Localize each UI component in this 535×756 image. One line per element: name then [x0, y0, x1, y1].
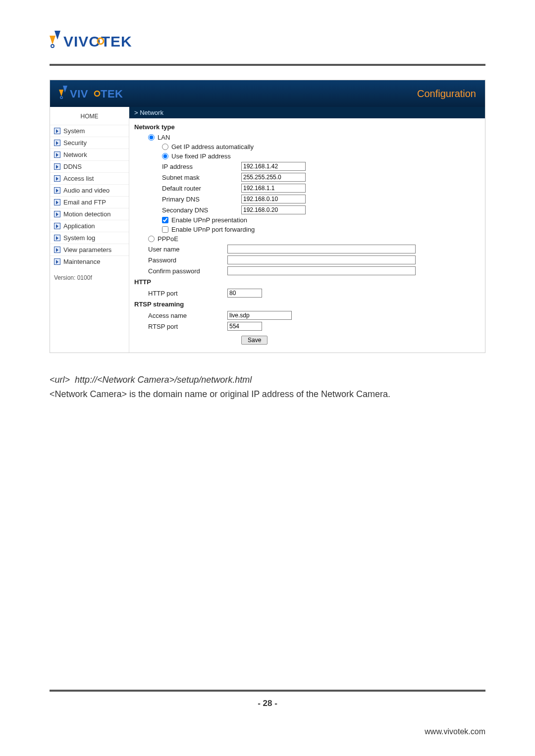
- sidebar-item-email-ftp[interactable]: Email and FTP: [50, 196, 129, 208]
- sidebar-item-label: Access list: [63, 175, 94, 182]
- use-fixed-ip-row[interactable]: Use fixed IP address: [134, 151, 480, 161]
- arrow-icon: [54, 163, 60, 170]
- username-label: User name: [148, 246, 227, 253]
- svg-marker-6: [59, 90, 63, 97]
- secondary-dns-label: Secondary DNS: [162, 206, 241, 214]
- save-button[interactable]: Save: [241, 336, 268, 345]
- username-input[interactable]: [227, 245, 416, 253]
- svg-point-7: [60, 96, 62, 98]
- lan-radio[interactable]: [148, 134, 155, 141]
- http-title: HTTP: [134, 278, 480, 286]
- rtsp-title: RTSP streaming: [134, 301, 480, 308]
- url-value: http://<Network Camera>/setup/network.ht…: [75, 375, 252, 385]
- sidebar-item-maintenance[interactable]: Maintenance: [50, 255, 129, 267]
- sidebar-item-label: Network: [63, 151, 87, 158]
- brand-logo-panel: VIV TEK: [59, 85, 133, 103]
- rtsp-port-label: RTSP port: [148, 323, 227, 330]
- upnp-port-checkbox[interactable]: [162, 226, 168, 233]
- sidebar-item-label: Email and FTP: [63, 199, 106, 206]
- sidebar-item-motion[interactable]: Motion detection: [50, 208, 129, 220]
- ip-address-input[interactable]: [241, 162, 306, 171]
- subnet-label: Subnet mask: [162, 174, 241, 181]
- svg-marker-5: [63, 86, 67, 93]
- sidebar-item-label: Maintenance: [63, 258, 100, 265]
- footer-url: www.vivotek.com: [425, 727, 485, 736]
- pppoe-radio-row[interactable]: PPPoE: [134, 234, 480, 244]
- sidebar-item-label: Security: [63, 139, 87, 147]
- http-port-input[interactable]: [227, 289, 262, 298]
- sidebar-item-ddns[interactable]: DDNS: [50, 160, 129, 172]
- secondary-dns-input[interactable]: [241, 205, 306, 214]
- doc-description: <Network Camera> is the domain name or o…: [50, 387, 485, 402]
- password-label: Password: [148, 256, 227, 264]
- get-ip-auto-label: Get IP address automatically: [171, 143, 254, 151]
- svg-text:TEK: TEK: [101, 88, 123, 100]
- pppoe-label: PPPoE: [158, 235, 178, 243]
- upnp-presentation-row[interactable]: Enable UPnP presentation: [134, 215, 480, 225]
- upnp-presentation-checkbox[interactable]: [162, 217, 168, 223]
- sidebar-item-application[interactable]: Application: [50, 220, 129, 232]
- arrow-icon: [54, 223, 60, 229]
- svg-marker-0: [54, 31, 60, 40]
- breadcrumb: > Network: [129, 107, 485, 118]
- confirm-password-label: Confirm password: [148, 267, 227, 275]
- access-name-label: Access name: [148, 312, 227, 319]
- get-ip-auto-row[interactable]: Get IP address automatically: [134, 142, 480, 151]
- router-label: Default router: [162, 185, 241, 192]
- lan-radio-row[interactable]: LAN: [134, 133, 480, 142]
- get-ip-auto-radio[interactable]: [162, 144, 168, 150]
- sidebar-item-system-log[interactable]: System log: [50, 232, 129, 244]
- use-fixed-ip-label: Use fixed IP address: [171, 152, 231, 160]
- arrow-icon: [54, 247, 60, 253]
- sidebar-item-security[interactable]: Security: [50, 137, 129, 149]
- sidebar-item-audio-video[interactable]: Audio and video: [50, 184, 129, 196]
- arrow-icon: [54, 235, 60, 241]
- sidebar-item-label: DDNS: [63, 163, 82, 170]
- sidebar: HOME System Security Network DDNS Access…: [50, 107, 129, 353]
- sidebar-item-label: Application: [63, 222, 95, 230]
- confirm-password-input[interactable]: [227, 266, 416, 275]
- arrow-icon: [54, 151, 60, 158]
- arrow-icon: [54, 258, 60, 265]
- sidebar-item-label: View parameters: [63, 246, 111, 253]
- router-input[interactable]: [241, 184, 306, 193]
- sidebar-home[interactable]: HOME: [50, 107, 129, 125]
- brand-logo-top: VIVOTEK: [50, 30, 485, 54]
- sidebar-item-label: Audio and video: [63, 187, 109, 194]
- upnp-port-row[interactable]: Enable UPnP port forwarding: [134, 225, 480, 234]
- url-prefix: <url>: [50, 375, 70, 385]
- access-name-input[interactable]: [227, 311, 292, 320]
- upnp-presentation-label: Enable UPnP presentation: [171, 216, 247, 224]
- subnet-input[interactable]: [241, 173, 306, 182]
- content-area: > Network Network type LAN Get IP addres…: [129, 107, 485, 353]
- primary-dns-input[interactable]: [241, 195, 306, 203]
- sidebar-item-system[interactable]: System: [50, 125, 129, 137]
- sidebar-item-view-params[interactable]: View parameters: [50, 244, 129, 255]
- arrow-icon: [54, 140, 60, 146]
- network-type-title: Network type: [134, 123, 480, 131]
- pppoe-radio[interactable]: [148, 236, 155, 242]
- rtsp-port-input[interactable]: [227, 322, 262, 331]
- top-divider: [50, 64, 485, 66]
- vivotek-logo-icon: VIVOTEK: [50, 30, 154, 52]
- doc-text-block: <url> http://<Network Camera>/setup/netw…: [50, 373, 485, 402]
- http-port-label: HTTP port: [148, 290, 227, 297]
- config-panel: VIV TEK Configuration HOME System Securi…: [50, 80, 485, 353]
- arrow-icon: [54, 199, 60, 205]
- arrow-icon: [54, 128, 60, 134]
- upnp-port-label: Enable UPnP port forwarding: [171, 226, 255, 233]
- primary-dns-label: Primary DNS: [162, 196, 241, 203]
- sidebar-item-label: Motion detection: [63, 210, 110, 218]
- password-input[interactable]: [227, 255, 416, 264]
- sidebar-item-network[interactable]: Network: [50, 149, 129, 160]
- version-label: Version: 0100f: [50, 267, 129, 288]
- ip-address-label: IP address: [162, 163, 241, 170]
- use-fixed-ip-radio[interactable]: [162, 153, 168, 159]
- vivotek-logo-small-icon: VIV TEK: [59, 85, 133, 101]
- sidebar-item-access-list[interactable]: Access list: [50, 172, 129, 184]
- arrow-icon: [54, 187, 60, 194]
- config-title: Configuration: [417, 88, 476, 100]
- arrow-icon: [54, 175, 60, 182]
- arrow-icon: [54, 211, 60, 217]
- svg-point-2: [51, 45, 54, 48]
